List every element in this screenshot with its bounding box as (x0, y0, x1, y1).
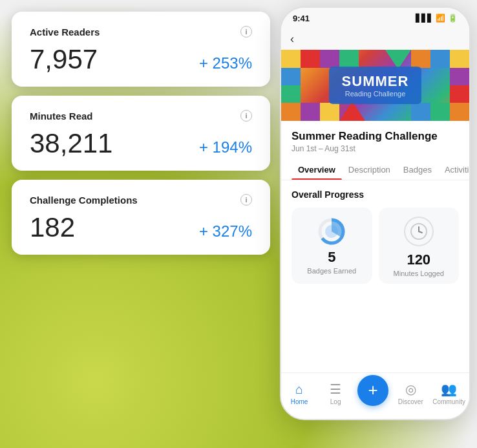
badges-earned-card: 5 Badges Earned (292, 208, 372, 284)
status-time: 9:41 (293, 14, 310, 23)
status-icons: ▋▋▋ 📶 🔋 (416, 14, 458, 23)
minutes-read-title: Minutes Read (30, 111, 93, 122)
badges-earned-value: 5 (328, 249, 335, 266)
minutes-read-card: Minutes Read i 38,211 + 194% (12, 96, 270, 171)
nav-discover[interactable]: ◎ Discover (396, 381, 425, 405)
back-button[interactable]: ‹ (281, 28, 469, 50)
banner-center: SUMMER Reading Challenge (329, 67, 422, 104)
nav-community-label: Community (432, 398, 465, 405)
challenge-completions-info-icon[interactable]: i (240, 194, 252, 206)
challenge-completions-change: + 327% (199, 222, 252, 240)
tab-description[interactable]: Description (342, 160, 397, 180)
community-icon: 👥 (441, 381, 457, 397)
signal-icon: ▋▋▋ (416, 14, 433, 23)
challenge-title: Summer Reading Challenge (292, 130, 459, 143)
challenge-dates: Jun 1st – Aug 31st (292, 144, 459, 153)
plus-icon: + (368, 380, 378, 400)
discover-icon: ◎ (405, 381, 416, 397)
active-readers-title: Active Readers (30, 27, 100, 37)
challenge-banner: SUMMER Reading Challenge (281, 50, 469, 121)
log-icon: ☰ (330, 381, 341, 397)
minutes-read-change: + 194% (199, 138, 252, 156)
challenge-completions-value: 182 (30, 212, 75, 243)
challenge-completions-card: Challenge Completions i 182 + 327% (12, 180, 270, 255)
minutes-logged-card: 120 Minutes Logged (379, 208, 460, 284)
nav-log[interactable]: ☰ Log (321, 381, 350, 405)
nav-add-button[interactable]: + (357, 375, 388, 406)
phone-tabs: Overview Description Badges Activitie (281, 160, 469, 180)
tab-badges[interactable]: Badges (397, 160, 438, 180)
progress-section: Overall Progress (281, 180, 469, 293)
clock-icon (404, 217, 434, 246)
progress-section-title: Overall Progress (292, 189, 459, 200)
status-bar: 9:41 ▋▋▋ 📶 🔋 (281, 8, 469, 28)
challenge-info: Summer Reading Challenge Jun 1st – Aug 3… (281, 121, 469, 153)
banner-summer-text: SUMMER (342, 73, 409, 90)
nav-home-label: Home (291, 398, 308, 405)
nav-community[interactable]: 👥 Community (432, 381, 465, 405)
nav-log-label: Log (330, 398, 341, 405)
nav-home[interactable]: ⌂ Home (285, 382, 313, 405)
dashboard-panel: Active Readers i 7,957 + 253% Minutes Re… (12, 12, 270, 264)
minutes-read-value: 38,211 (30, 128, 112, 159)
badges-earned-label: Badges Earned (307, 267, 356, 275)
svg-line-6 (419, 231, 422, 233)
nav-discover-label: Discover (398, 398, 423, 405)
active-readers-change: + 253% (199, 54, 252, 72)
tab-overview[interactable]: Overview (292, 160, 342, 180)
active-readers-card: Active Readers i 7,957 + 253% (12, 12, 270, 87)
tab-activities[interactable]: Activitie (438, 160, 471, 180)
bottom-nav: ⌂ Home ☰ Log + ◎ Discover 👥 Community (281, 372, 469, 419)
home-icon: ⌂ (295, 382, 303, 397)
wifi-icon: 📶 (436, 14, 445, 23)
minutes-read-info-icon[interactable]: i (240, 110, 252, 122)
battery-icon: 🔋 (448, 14, 458, 23)
challenge-completions-title: Challenge Completions (30, 195, 138, 206)
banner-subtitle: Reading Challenge (342, 90, 409, 98)
active-readers-info-icon[interactable]: i (240, 26, 252, 37)
active-readers-value: 7,957 (30, 44, 98, 75)
progress-cards: 5 Badges Earned 120 Minutes Logged (292, 208, 459, 284)
minutes-logged-value: 120 (407, 251, 430, 268)
phone-mockup: 9:41 ▋▋▋ 📶 🔋 ‹ (280, 6, 471, 420)
minutes-logged-label: Minutes Logged (394, 270, 444, 277)
badges-donut-icon (317, 217, 346, 249)
